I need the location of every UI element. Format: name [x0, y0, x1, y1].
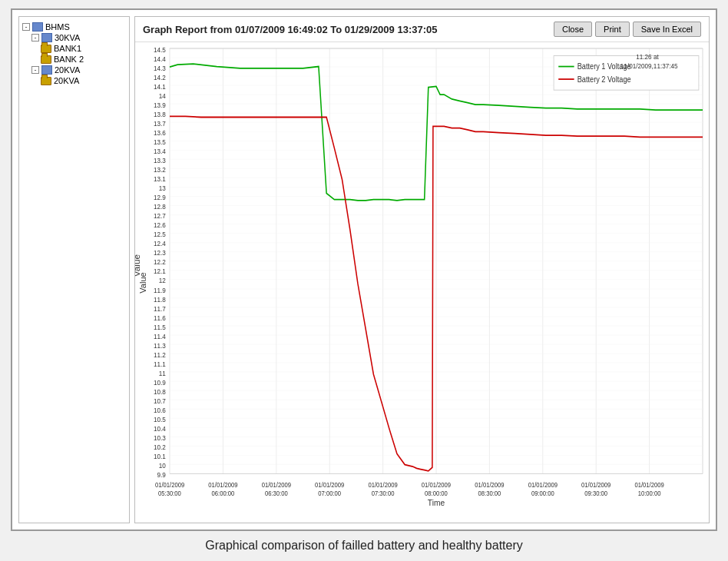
- content-area: - BHMS - 30KVA BANK1 BANK 2 -: [12, 10, 716, 529]
- svg-text:10: 10: [159, 462, 166, 470]
- svg-text:13.2: 13.2: [154, 166, 166, 174]
- svg-text:13.7: 13.7: [154, 119, 166, 128]
- svg-text:10.7: 10.7: [154, 397, 166, 405]
- svg-text:09:30:00: 09:30:00: [584, 490, 607, 497]
- tree-icon-20kva-group: [41, 65, 52, 75]
- save-excel-button[interactable]: Save In Excel: [633, 22, 701, 37]
- tree-item-20kva[interactable]: 20KVA: [22, 75, 126, 86]
- svg-text:13.9: 13.9: [154, 101, 166, 109]
- svg-text:11.2: 11.2: [154, 350, 166, 359]
- tree-expand-bhms[interactable]: -: [22, 23, 30, 31]
- svg-text:Time: Time: [428, 497, 445, 507]
- close-button[interactable]: Close: [554, 22, 592, 37]
- svg-text:08:30:00: 08:30:00: [478, 490, 501, 497]
- svg-text:11.9: 11.9: [154, 286, 166, 294]
- svg-text:11.1: 11.1: [154, 360, 166, 368]
- svg-text:01/01/2009: 01/01/2009: [208, 482, 238, 490]
- svg-text:12.3: 12.3: [154, 249, 166, 257]
- tree-label-bhms: BHMS: [45, 22, 70, 32]
- print-button[interactable]: Print: [595, 22, 630, 37]
- svg-text:14: 14: [159, 91, 166, 100]
- svg-text:13.8: 13.8: [154, 110, 166, 118]
- svg-text:10.9: 10.9: [154, 378, 166, 387]
- tree-label-20kva: 20KVA: [54, 76, 79, 85]
- tree-label-30kva: 30KVA: [55, 33, 80, 42]
- svg-text:10.8: 10.8: [154, 387, 166, 396]
- y-axis-label: Value: [138, 272, 147, 293]
- svg-text:01/01/2009: 01/01/2009: [422, 482, 452, 490]
- svg-text:12.6: 12.6: [154, 221, 166, 230]
- svg-text:10.5: 10.5: [154, 415, 166, 423]
- tree-item-bhms[interactable]: - BHMS: [22, 22, 126, 32]
- chart-svg: y = 470 * (14.5 - val) / 4.6: [170, 48, 703, 492]
- svg-text:14.2: 14.2: [154, 73, 166, 81]
- svg-text:12: 12: [159, 277, 166, 285]
- svg-text:11.8: 11.8: [154, 295, 166, 304]
- svg-text:06:00:00: 06:00:00: [212, 490, 235, 497]
- svg-text:12.8: 12.8: [154, 203, 166, 211]
- svg-text:10.1: 10.1: [154, 453, 166, 461]
- tree-label-20kva-group: 20KVA: [55, 65, 80, 75]
- svg-text:11/01/2009,11:37:45: 11/01/2009,11:37:45: [620, 61, 678, 70]
- page-caption: Graphical comparison of failled battery …: [205, 539, 523, 553]
- svg-text:08:00:00: 08:00:00: [425, 490, 448, 497]
- tree-label-bank1: BANK1: [54, 44, 81, 53]
- svg-text:01/01/2009: 01/01/2009: [368, 482, 398, 490]
- svg-text:11: 11: [159, 369, 166, 377]
- svg-text:14.1: 14.1: [154, 82, 166, 91]
- graph-panel: Graph Report from 01/07/2009 16:49:02 To…: [134, 16, 710, 523]
- graph-area: Value: [135, 42, 709, 523]
- tree-icon-bank1: [41, 45, 51, 53]
- tree-panel: - BHMS - 30KVA BANK1 BANK 2 -: [18, 16, 130, 523]
- svg-text:01/01/2009: 01/01/2009: [581, 482, 611, 490]
- svg-text:13.5: 13.5: [154, 138, 166, 147]
- svg-text:13.1: 13.1: [154, 175, 166, 184]
- tree-item-bank2[interactable]: BANK 2: [22, 54, 126, 65]
- svg-text:01/01/2009: 01/01/2009: [528, 482, 558, 490]
- svg-text:01/01/2009: 01/01/2009: [475, 482, 505, 490]
- tree-label-bank2: BANK 2: [54, 55, 84, 64]
- svg-text:12.1: 12.1: [154, 267, 166, 276]
- tree-expand-20kva[interactable]: -: [31, 66, 39, 74]
- tree-item-30kva[interactable]: - 30KVA: [22, 32, 126, 43]
- svg-text:09:00:00: 09:00:00: [531, 490, 554, 497]
- svg-text:11.6: 11.6: [154, 314, 166, 322]
- svg-text:14.4: 14.4: [154, 55, 166, 63]
- svg-text:01/01/2009: 01/01/2009: [634, 482, 664, 490]
- svg-text:10.2: 10.2: [154, 443, 166, 452]
- svg-text:10.6: 10.6: [154, 406, 166, 414]
- tree-icon-bhms: [32, 22, 43, 32]
- svg-text:9.9: 9.9: [157, 471, 166, 480]
- svg-text:01/01/2009: 01/01/2009: [262, 482, 292, 490]
- svg-text:13.4: 13.4: [154, 148, 166, 156]
- tree-icon-30kva: [41, 33, 52, 42]
- svg-text:13.6: 13.6: [154, 128, 166, 137]
- svg-text:10.4: 10.4: [154, 424, 166, 433]
- svg-text:07:00:00: 07:00:00: [318, 490, 341, 497]
- svg-text:05:30:00: 05:30:00: [158, 490, 181, 497]
- svg-text:11.5: 11.5: [154, 323, 166, 331]
- svg-text:11.3: 11.3: [154, 341, 166, 350]
- graph-title: Graph Report from 01/07/2009 16:49:02 To…: [143, 24, 437, 35]
- svg-text:14.5: 14.5: [154, 45, 166, 54]
- tree-item-bank1[interactable]: BANK1: [22, 43, 126, 54]
- tree-item-20kva-group[interactable]: - 20KVA: [22, 65, 126, 75]
- svg-text:10:00:00: 10:00:00: [638, 490, 661, 497]
- svg-text:12.4: 12.4: [154, 240, 166, 248]
- svg-text:12.5: 12.5: [154, 231, 166, 239]
- svg-text:01/01/2009: 01/01/2009: [315, 482, 345, 490]
- svg-text:11.26 at: 11.26 at: [636, 53, 659, 61]
- svg-text:13.3: 13.3: [154, 157, 166, 165]
- svg-text:12.9: 12.9: [154, 194, 166, 202]
- main-window: - BHMS - 30KVA BANK1 BANK 2 -: [11, 8, 717, 531]
- tree-expand-30kva[interactable]: -: [31, 34, 39, 41]
- svg-text:14.3: 14.3: [154, 64, 166, 72]
- svg-text:01/01/2009: 01/01/2009: [155, 482, 185, 490]
- svg-text:12.2: 12.2: [154, 258, 166, 267]
- svg-text:13: 13: [159, 184, 166, 193]
- graph-buttons: Close Print Save In Excel: [554, 22, 701, 37]
- svg-text:12.7: 12.7: [154, 212, 166, 221]
- tree-icon-20kva: [41, 77, 51, 85]
- graph-header: Graph Report from 01/07/2009 16:49:02 To…: [135, 17, 709, 42]
- svg-text:06:30:00: 06:30:00: [265, 490, 288, 497]
